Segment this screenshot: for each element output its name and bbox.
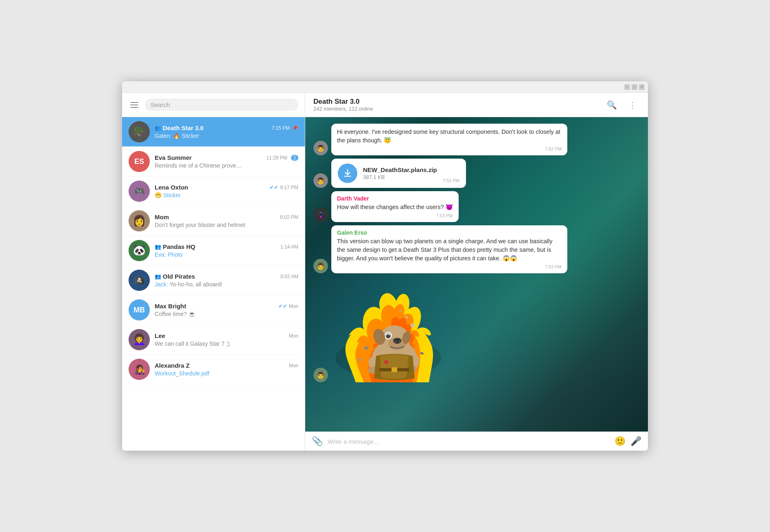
chat-preview: Don't forget your blaster and helmet (155, 222, 298, 228)
message-time: 7:52 PM (337, 146, 562, 151)
svg-text:🪖: 🪖 (133, 125, 145, 137)
chat-info: 👥 Pandas HQ 1:14 AM Eva: Photo (155, 243, 298, 258)
sender-name: Darth Vader (337, 195, 453, 202)
sender-avatar: 👨 (313, 368, 328, 382)
chat-background: 👨 Hi everyone. I've redesigned some key … (305, 117, 648, 432)
sidebar-header: Search (122, 93, 305, 117)
chat-time: Mon (289, 363, 298, 368)
svg-point-32 (394, 341, 396, 343)
chat-name: Max Bright (155, 303, 186, 310)
attachment-button[interactable]: 📎 (312, 436, 323, 447)
chat-list: 🪖 👥 Death Star 3.0 7:15 PM 📌 (122, 117, 305, 451)
chat-item-eva-summer[interactable]: ES Eva Summer 11:28 PM 2 Reminds me of a… (122, 147, 305, 177)
search-header-button[interactable]: 🔍 (604, 98, 620, 111)
unread-badge: 2 (291, 155, 298, 161)
chat-item-max-bright[interactable]: MB Max Bright ✔✔ Mon Coffee time? ☕ (122, 295, 305, 325)
avatar: 🎮 (129, 181, 150, 202)
maximize-button[interactable]: □ (632, 84, 637, 90)
svg-point-26 (405, 316, 408, 319)
file-bubble[interactable]: NEW_DeathStar.plans.zip 387.1 KB 7:52 PM (331, 159, 466, 188)
chat-item-lena-oxton[interactable]: 🎮 Lena Oxton ✔✔ 9:17 PM 😁 Sticker (122, 177, 305, 206)
svg-text:👩‍🎤: 👩‍🎤 (134, 364, 145, 375)
chat-item-lee[interactable]: 👩‍🦱 Lee Mon We can call it Galaxy Star 7… (122, 325, 305, 355)
message-input[interactable] (328, 438, 610, 445)
chat-item-old-pirates[interactable]: 🏴‍☠️ 👥 Old Pirates 0:02 AM Jack: (122, 266, 305, 295)
chat-item-pandas-hq[interactable]: 🐼 👥 Pandas HQ 1:14 AM Eva: Photo (122, 236, 305, 266)
sticker-image (331, 277, 445, 382)
sidebar: Search 🪖 👥 Death Star 3.0 (122, 93, 305, 451)
svg-text:👨: 👨 (317, 262, 325, 270)
svg-point-27 (399, 310, 402, 312)
chat-info: Max Bright ✔✔ Mon Coffee time? ☕ (155, 303, 298, 317)
chat-info: 👥 Old Pirates 0:02 AM Jack: Yo-ho-ho, al… (155, 273, 298, 288)
chat-name: Alexandra Z (155, 362, 190, 369)
chat-time: 9:17 PM (280, 185, 298, 190)
avatar: ES (129, 151, 150, 172)
svg-text:🦹: 🦹 (317, 211, 325, 219)
chat-preview: Coffee time? ☕ (155, 311, 298, 317)
message-group-galen: 👨 Galen Erso This version can blow up tw… (313, 225, 640, 273)
minimize-button[interactable]: – (624, 84, 630, 90)
chat-meta: 242 members, 112 online (313, 106, 599, 112)
chat-preview: 😁 Sticker (155, 192, 298, 198)
message-group: 👨 Hi everyone. I've redesigned some key … (313, 124, 640, 155)
svg-point-31 (393, 338, 401, 344)
chat-item-death-star[interactable]: 🪖 👥 Death Star 3.0 7:15 PM 📌 (122, 117, 305, 147)
download-icon[interactable] (338, 164, 357, 183)
svg-text:👩: 👩 (133, 214, 146, 227)
chat-header-info: Death Star 3.0 242 members, 112 online (313, 98, 599, 112)
chat-item-mom[interactable]: 👩 Mom 8:02 PM Don't forget your blaster … (122, 206, 305, 236)
chat-info: Eva Summer 11:28 PM 2 Reminds me of a Ch… (155, 154, 298, 169)
avatar: 🏴‍☠️ (129, 270, 150, 291)
read-ticks: ✔✔ (278, 303, 287, 309)
chat-preview: Galen: 🔥 Sticker (155, 133, 298, 139)
svg-text:🎮: 🎮 (134, 186, 145, 197)
svg-text:👩‍🦱: 👩‍🦱 (133, 333, 146, 346)
chat-name: Lena Oxton (155, 184, 188, 191)
more-options-button[interactable]: ⋮ (625, 98, 640, 111)
avatar: 🐼 (129, 240, 150, 261)
chat-preview: Workout_Shedule.pdf (155, 370, 298, 377)
chat-header: Death Star 3.0 242 members, 112 online 🔍… (305, 93, 648, 117)
menu-button[interactable] (129, 100, 140, 109)
close-button[interactable]: ✕ (639, 84, 645, 90)
chat-info: Alexandra Z Mon Workout_Shedule.pdf (155, 362, 298, 377)
voice-button[interactable]: 🎤 (630, 436, 641, 447)
chat-time: 11:28 PM (267, 155, 287, 161)
chat-time: 7:15 PM (271, 125, 290, 131)
sender-name: Galen Erso (337, 229, 562, 236)
emoji-button[interactable]: 🙂 (615, 436, 626, 447)
chat-preview: Eva: Photo (155, 251, 298, 258)
chat-preview: Reminds me of a Chinese prove… (155, 162, 298, 169)
avatar: MB (129, 299, 150, 321)
file-size: 387.1 KB (363, 174, 437, 180)
chat-name: Mom (155, 214, 169, 220)
message-time: 7:53 PM (337, 213, 453, 218)
chat-name: 👥 Old Pirates (155, 273, 195, 280)
avatar: 👩‍🎤 (129, 359, 150, 380)
message-bubble-galen: Galen Erso This version can blow up two … (331, 225, 567, 273)
svg-text:👨: 👨 (317, 371, 325, 379)
search-input[interactable]: Search (145, 98, 298, 111)
sender-avatar: 🦹 (313, 207, 328, 222)
svg-point-25 (410, 323, 415, 328)
message-text: How will these changes affect the users?… (337, 203, 453, 211)
sender-avatar: 👨 (313, 173, 328, 188)
sender-avatar: 👨 (313, 259, 328, 273)
svg-text:🐼: 🐼 (133, 244, 146, 257)
avatar: 🪖 (129, 121, 150, 142)
chat-name: Lee (155, 332, 165, 339)
chat-name: Eva Summer (155, 154, 192, 161)
group-icon: 👥 (155, 244, 161, 250)
pin-icon: 📌 (292, 125, 298, 131)
chat-title: Death Star 3.0 (313, 98, 599, 106)
chat-info: Lena Oxton ✔✔ 9:17 PM 😁 Sticker (155, 184, 298, 198)
chat-area: Death Star 3.0 242 members, 112 online 🔍… (305, 93, 648, 451)
chat-preview: We can call it Galaxy Star 7 ;) (155, 340, 298, 347)
sticker-emoji: 🔥 (173, 133, 180, 139)
title-bar: – □ ✕ (122, 81, 648, 93)
message-group-file: 👨 NEW_DeathStar.plans.zip 387.1 KB 7:52 … (313, 159, 640, 188)
message-group-darth: 🦹 Darth Vader How will these changes aff… (313, 191, 640, 222)
chat-time: 8:02 PM (280, 214, 298, 220)
chat-item-alexandra-z[interactable]: 👩‍🎤 Alexandra Z Mon Workout_Shedule.pdf (122, 355, 305, 384)
